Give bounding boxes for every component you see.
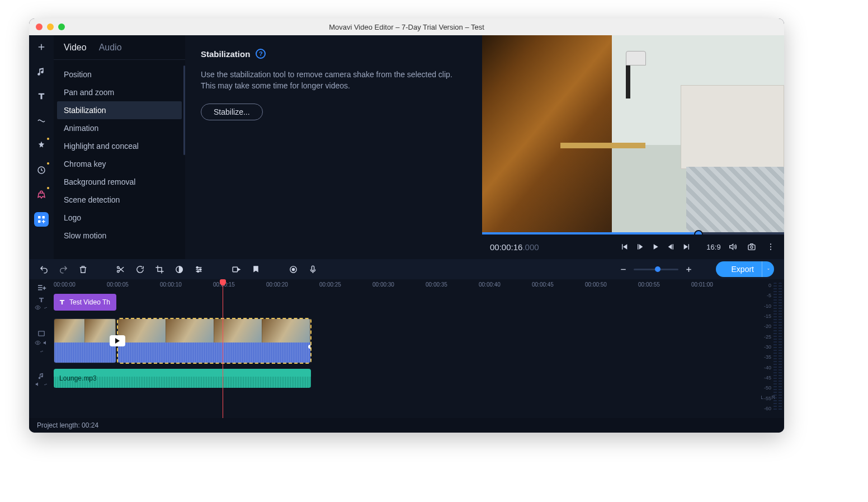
audio-meters: 0-5-10-15-20-25-30-35-40-45-50-55-60 L R — [752, 279, 784, 418]
redo-icon[interactable] — [59, 265, 68, 274]
timeline-zoom[interactable] — [619, 265, 694, 274]
preview-timecode: 00:00:16.000 — [490, 242, 539, 252]
record-audio-icon[interactable] — [308, 265, 318, 274]
svg-point-8 — [770, 249, 771, 250]
crop-icon[interactable] — [155, 265, 164, 274]
undo-icon[interactable] — [39, 265, 49, 274]
panel-heading: Stabilization — [201, 49, 250, 59]
subnav-highlight-conceal[interactable]: Highlight and conceal — [54, 137, 185, 155]
clip-properties-icon[interactable] — [194, 265, 204, 274]
panel-description: Use the stabilization tool to remove cam… — [201, 69, 466, 91]
aspect-ratio-selector[interactable]: 16:9 — [708, 241, 719, 252]
title-clip[interactable]: Test Video Th — [54, 294, 116, 311]
add-track-icon[interactable] — [36, 283, 46, 293]
timeline-area[interactable]: 00:00:0000:00:0500:00:1000:00:1500:00:20… — [54, 279, 752, 418]
meter-label: -60 — [754, 406, 771, 411]
ruler-tick: 00:00:10 — [160, 282, 182, 288]
snapshot-icon[interactable] — [746, 241, 757, 252]
ruler-tick: 00:00:35 — [426, 282, 447, 288]
tab-audio[interactable]: Audio — [99, 43, 122, 53]
zoom-out-icon[interactable] — [619, 265, 628, 274]
rotate-icon[interactable] — [135, 265, 145, 274]
meter-label: -45 — [754, 375, 771, 381]
subnav-slow-motion[interactable]: Slow motion — [54, 227, 185, 245]
transition-badge[interactable] — [110, 335, 125, 346]
volume-icon[interactable] — [727, 241, 738, 252]
svg-point-21 — [37, 342, 39, 344]
subnav-position[interactable]: Position — [54, 65, 185, 83]
window-close-button[interactable] — [36, 24, 43, 30]
delete-icon[interactable] — [78, 265, 88, 274]
video-clip-2-selected[interactable] — [117, 318, 311, 363]
subnav-chroma-key[interactable]: Chroma key — [54, 155, 185, 173]
zoom-slider[interactable] — [634, 269, 678, 270]
transition-wizard-icon[interactable] — [232, 265, 241, 274]
meter-lr-label: L R — [761, 395, 779, 400]
video-track-header[interactable] — [29, 320, 54, 364]
meter-label: -25 — [754, 334, 771, 340]
tab-video[interactable]: Video — [64, 43, 87, 53]
window-titlebar: Movavi Video Editor – 7-Day Trial Versio… — [29, 18, 784, 35]
meter-label: -10 — [754, 303, 771, 309]
ruler-tick: 00:00:45 — [532, 282, 554, 288]
marker-icon[interactable] — [251, 265, 261, 274]
step-forward-icon[interactable] — [666, 241, 677, 252]
preview-scrubber[interactable] — [482, 232, 784, 234]
preview-menu-icon[interactable] — [765, 241, 776, 252]
subnav-scene-detection[interactable]: Scene detection — [54, 191, 185, 209]
ruler-tick: 00:00:20 — [266, 282, 288, 288]
export-dropdown-icon[interactable] — [762, 261, 774, 277]
svg-point-19 — [37, 307, 39, 308]
tool-sidebar — [29, 35, 54, 259]
subnav-logo[interactable]: Logo — [54, 209, 185, 227]
stickers-icon[interactable] — [34, 187, 49, 202]
svg-point-17 — [292, 268, 294, 270]
meter-label: -20 — [754, 323, 771, 329]
subnav-stabilization[interactable]: Stabilization — [57, 101, 182, 119]
more-tools-icon[interactable] — [34, 212, 49, 227]
next-clip-icon[interactable] — [681, 241, 692, 252]
subnav-background-removal[interactable]: Background removal — [54, 173, 185, 191]
audio-clip[interactable]: Lounge.mp3 — [54, 369, 311, 388]
meter-label: -35 — [754, 354, 771, 360]
titles-icon[interactable] — [34, 89, 49, 104]
preview-pane: 00:00:16.000 16:9 — [482, 35, 784, 259]
status-bar: Project length: 00:24 — [29, 418, 784, 433]
svg-rect-4 — [748, 245, 755, 250]
timeline-toolbar: Export — [29, 259, 784, 279]
preview-viewport[interactable] — [482, 35, 784, 234]
svg-point-12 — [196, 266, 198, 268]
audio-track-header[interactable] — [29, 370, 54, 389]
svg-rect-1 — [38, 216, 41, 219]
title-clip-label: Test Video Th — [69, 298, 110, 306]
help-icon[interactable]: ? — [256, 49, 266, 59]
audio-icon[interactable] — [34, 64, 49, 79]
timeline-ruler[interactable]: 00:00:0000:00:0500:00:1000:00:1500:00:20… — [54, 279, 752, 292]
elements-icon[interactable] — [34, 163, 49, 177]
split-icon[interactable] — [116, 265, 125, 274]
record-video-icon[interactable] — [289, 265, 298, 274]
meter-label: -5 — [754, 293, 771, 298]
color-adjust-icon[interactable] — [174, 265, 184, 274]
import-icon[interactable] — [34, 40, 49, 54]
play-icon[interactable] — [650, 241, 661, 252]
playhead[interactable] — [223, 279, 223, 418]
transitions-icon[interactable] — [34, 114, 49, 128]
window-title: Movavi Video Editor – 7-Day Trial Versio… — [29, 23, 784, 31]
video-clip-1[interactable] — [54, 318, 116, 363]
stabilize-button[interactable]: Stabilize... — [201, 104, 263, 120]
subnav-animation[interactable]: Animation — [54, 119, 185, 137]
panel-tabs: Video Audio — [54, 35, 185, 60]
window-zoom-button[interactable] — [58, 24, 65, 30]
ruler-tick: 00:00:05 — [107, 282, 129, 288]
step-back-icon[interactable] — [634, 241, 645, 252]
subnav-pan-zoom[interactable]: Pan and zoom — [54, 83, 185, 101]
effects-icon[interactable] — [34, 138, 49, 153]
ruler-tick: 00:00:50 — [585, 282, 607, 288]
title-track-header[interactable] — [29, 295, 54, 312]
prev-clip-icon[interactable] — [619, 241, 630, 252]
meter-label: -30 — [754, 344, 771, 350]
window-minimize-button[interactable] — [47, 24, 54, 30]
zoom-in-icon[interactable] — [684, 265, 694, 274]
audio-clip-label: Lounge.mp3 — [59, 374, 97, 382]
